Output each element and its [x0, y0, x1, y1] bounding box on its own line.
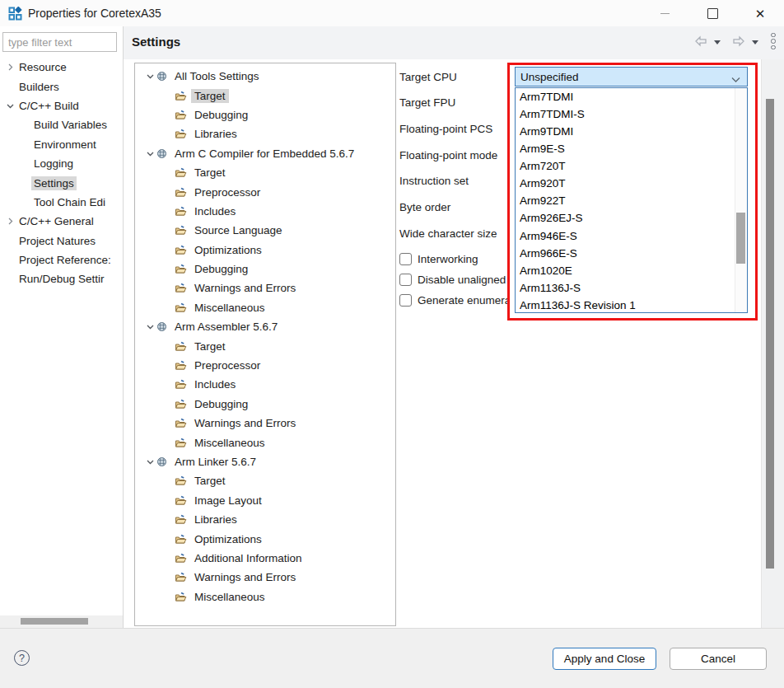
properties-dialog: Properties for CoretexA35 ✕ ResourceBuil… — [0, 0, 784, 688]
open-folder-icon — [175, 360, 187, 371]
settings-header: Settings — [124, 26, 784, 59]
checkbox-label: Generate enumerat — [418, 294, 507, 307]
apply-and-close-button[interactable]: Apply and Close — [553, 648, 656, 670]
cancel-button[interactable]: Cancel — [670, 648, 767, 670]
filter-input[interactable] — [2, 32, 117, 52]
tool-tree-item-warnings-and-errors[interactable]: Warnings and Errors — [135, 278, 395, 297]
tool-tree-item-source-language[interactable]: Source Language — [135, 221, 395, 240]
tool-tree-item-libraries[interactable]: Libraries — [135, 124, 395, 143]
cpu-option-arm7tdmi[interactable]: Arm7TDMI — [516, 88, 747, 105]
open-folder-icon — [175, 399, 187, 410]
checkbox-row-generate-enumerat[interactable]: Generate enumerat — [399, 292, 507, 308]
checkbox-row-disable-unaligned[interactable]: Disable unaligned — [399, 271, 506, 288]
sidebar-item-tool-chain-edi[interactable]: Tool Chain Edi — [0, 193, 124, 212]
sidebar-item-logging[interactable]: Logging — [0, 154, 124, 173]
tool-tree-item-label: Arm C Compiler for Embedded 5.6.7 — [171, 147, 357, 161]
sidebar-item-label: C/C++ Build — [16, 99, 82, 113]
sidebar-item-project-natures[interactable]: Project Natures — [0, 232, 124, 250]
tool-tree-item-target[interactable]: Target — [135, 163, 395, 182]
tool-tree-item-includes[interactable]: Includes — [135, 375, 395, 394]
field-label-instruction-set: Instruction set — [399, 171, 469, 191]
minimize-button[interactable] — [641, 0, 688, 26]
tool-tree-item-debugging[interactable]: Debugging — [135, 395, 395, 414]
tool-tree-item-label: Optimizations — [191, 532, 265, 546]
sidebar: ResourceBuildersC/C++ BuildBuild Variabl… — [0, 26, 124, 628]
scrollbar-thumb[interactable] — [766, 99, 774, 569]
forward-arrow-icon[interactable] — [731, 34, 746, 49]
tool-tree-item-target[interactable]: Target — [135, 336, 395, 355]
tool-tree-item-miscellaneous[interactable]: Miscellaneous — [135, 587, 395, 606]
cpu-option-arm922t[interactable]: Arm922T — [516, 192, 747, 209]
tool-tree-item-arm-assembler-5-6-7[interactable]: Arm Assembler 5.6.7 — [135, 317, 395, 336]
sidebar-item-builders[interactable]: Builders — [0, 77, 124, 96]
sidebar-horizontal-scrollbar[interactable] — [0, 615, 123, 628]
field-label-floating-point-mode: Floating-point mode — [399, 145, 497, 165]
sidebar-item-run-debug-settir[interactable]: Run/Debug Settir — [0, 269, 124, 288]
tool-tree-item-libraries[interactable]: Libraries — [135, 510, 395, 529]
sidebar-item-label: Run/Debug Settir — [16, 272, 107, 286]
maximize-icon — [707, 8, 718, 19]
main-vertical-scrollbar[interactable] — [761, 59, 784, 628]
tool-tree-item-label: Preprocessor — [191, 185, 264, 199]
sidebar-item-settings[interactable]: Settings — [0, 173, 124, 192]
tool-tree-item-preprocessor[interactable]: Preprocessor — [135, 182, 395, 201]
scrollbar-thumb[interactable] — [21, 618, 88, 625]
checkbox-generate-enumerat[interactable] — [399, 294, 412, 307]
tool-tree-item-optimizations[interactable]: Optimizations — [135, 529, 395, 548]
back-arrow-icon[interactable] — [693, 34, 708, 49]
target-cpu-combobox[interactable]: Unspecified — [515, 67, 748, 87]
tool-tree-item-miscellaneous[interactable]: Miscellaneous — [135, 298, 395, 317]
cpu-option-arm920t[interactable]: Arm920T — [516, 175, 747, 192]
tool-tree-item-debugging[interactable]: Debugging — [135, 260, 395, 278]
tool-tree-item-label: Libraries — [191, 127, 240, 141]
cpu-option-arm946e-s[interactable]: Arm946E-S — [516, 227, 747, 245]
cpu-option-arm9e-s[interactable]: Arm9E-S — [516, 140, 747, 157]
tool-tree-item-preprocessor[interactable]: Preprocessor — [135, 356, 395, 375]
open-folder-icon — [175, 553, 187, 564]
cpu-option-arm7tdmi-s[interactable]: Arm7TDMI-S — [516, 105, 747, 123]
view-menu-icon[interactable] — [766, 34, 781, 49]
close-button[interactable]: ✕ — [736, 0, 784, 26]
maximize-button[interactable] — [688, 0, 736, 26]
sidebar-item-environment[interactable]: Environment — [0, 135, 124, 154]
sidebar-item-c-c-build[interactable]: C/C++ Build — [0, 96, 124, 115]
tool-tree-item-all-tools-settings[interactable]: All Tools Settings — [135, 67, 395, 86]
tool-tree-item-target[interactable]: Target — [135, 471, 395, 490]
tool-tree-item-label: Arm Assembler 5.6.7 — [171, 320, 281, 334]
cpu-option-arm1136j-s[interactable]: Arm1136J-S — [516, 279, 747, 297]
cpu-option-arm720t[interactable]: Arm720T — [516, 157, 747, 175]
forward-history-dropdown-icon[interactable] — [748, 34, 763, 49]
tool-tree-item-arm-c-compiler-for-embedded-5-6-7[interactable]: Arm C Compiler for Embedded 5.6.7 — [135, 144, 395, 163]
tool-tree-item-label: Miscellaneous — [191, 301, 268, 315]
cpu-option-arm1136j-s-revision-1[interactable]: Arm1136J-S Revision 1 — [516, 297, 747, 313]
dropdown-scrollbar[interactable] — [735, 88, 747, 312]
sidebar-item-resource[interactable]: Resource — [0, 58, 124, 77]
help-button[interactable]: ? — [14, 650, 30, 666]
open-folder-icon — [175, 91, 187, 101]
scrollbar-thumb[interactable] — [736, 213, 745, 264]
sidebar-item-c-c-general[interactable]: C/C++ General — [0, 212, 124, 231]
tool-tree-item-image-layout[interactable]: Image Layout — [135, 491, 395, 510]
tool-tree-item-debugging[interactable]: Debugging — [135, 105, 395, 124]
sidebar-item-label: Resource — [16, 60, 69, 74]
back-history-dropdown-icon[interactable] — [710, 34, 725, 49]
tool-tree-item-arm-linker-5-6-7[interactable]: Arm Linker 5.6.7 — [135, 452, 395, 471]
checkbox-row-interworking[interactable]: Interworking — [399, 250, 478, 267]
tool-tree-item-includes[interactable]: Includes — [135, 202, 395, 221]
cpu-option-arm9tdmi[interactable]: Arm9TDMI — [516, 123, 747, 140]
tool-tree-item-target[interactable]: Target — [135, 86, 395, 105]
tool-tree-item-optimizations[interactable]: Optimizations — [135, 241, 395, 260]
checkbox-interworking[interactable] — [399, 253, 412, 265]
open-folder-icon — [175, 418, 187, 428]
sidebar-item-project-reference[interactable]: Project Reference: — [0, 250, 124, 269]
tool-tree-item-miscellaneous[interactable]: Miscellaneous — [135, 433, 395, 452]
sidebar-item-build-variables[interactable]: Build Variables — [0, 115, 124, 134]
tool-tree-item-additional-information[interactable]: Additional Information — [135, 549, 395, 568]
tool-tree-item-warnings-and-errors[interactable]: Warnings and Errors — [135, 568, 395, 587]
cpu-option-arm1020e[interactable]: Arm1020E — [516, 262, 747, 279]
tool-tree-item-label: Optimizations — [191, 243, 265, 257]
cpu-option-arm966e-s[interactable]: Arm966E-S — [516, 245, 747, 262]
cpu-option-arm926ej-s[interactable]: Arm926EJ-S — [516, 209, 747, 227]
checkbox-disable-unaligned[interactable] — [399, 274, 412, 286]
tool-tree-item-warnings-and-errors[interactable]: Warnings and Errors — [135, 414, 395, 433]
